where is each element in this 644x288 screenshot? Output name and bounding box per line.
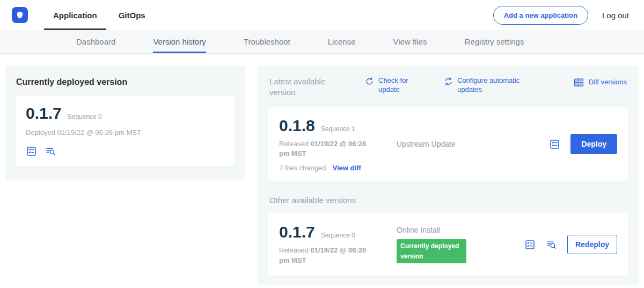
latest-version-row: 0.1.8 Sequence 1 [279, 117, 394, 135]
app-logo [12, 0, 28, 30]
deployed-version-row: 0.1.7 Sequence 0 [26, 104, 225, 123]
currently-deployed-title: Currently deployed version [16, 77, 235, 87]
release-notes-icon[interactable] [26, 146, 37, 157]
refresh-icon [365, 77, 374, 86]
deployed-version-number: 0.1.7 [26, 104, 62, 123]
deploy-button[interactable]: Deploy [570, 134, 617, 154]
subnav-item-registry-settings[interactable]: Registry settings [465, 30, 524, 53]
subnav-dashboard-label: Dashboard [76, 37, 115, 46]
latest-sequence-label: Sequence 1 [321, 125, 355, 133]
released-label: Released [279, 246, 309, 254]
subnav-item-license[interactable]: License [328, 30, 356, 53]
deployed-date-text: Deployed 01/19/22 @ 06:26 pm MST [26, 128, 225, 138]
latest-released-text: Released 01/19/22 @ 06:28 pm MST [279, 139, 377, 160]
subnav-license-label: License [328, 37, 356, 46]
other-release-actions: Redeploy [524, 235, 617, 254]
latest-links-row: 2 files changed View diff [279, 164, 394, 172]
app-subnav: Dashboard Version history Troubleshoot L… [0, 30, 644, 54]
other-release-card: 0.1.7 Sequence 0 Released 01/19/22 @ 06:… [268, 213, 628, 276]
tab-application[interactable]: Application [44, 0, 106, 30]
main-content: Currently deployed version 0.1.7 Sequenc… [0, 54, 644, 288]
topnav-right: Add a new application Log out [493, 0, 629, 30]
view-files-search-icon[interactable] [45, 146, 56, 157]
release-notes-icon[interactable] [549, 139, 560, 150]
subnav-item-version-history[interactable]: Version history [153, 30, 206, 53]
other-released-text: Released 01/19/22 @ 06:20 pm MST [279, 246, 377, 266]
latest-version-number: 0.1.8 [279, 117, 315, 135]
currently-deployed-badge: Currently deployed version [397, 239, 466, 263]
subnav-version-history-label: Version history [153, 37, 206, 46]
other-sequence-label: Sequence 0 [321, 232, 355, 239]
shield-icon [15, 10, 25, 20]
check-for-update-button[interactable]: Check for update [365, 76, 416, 95]
other-version-row: 0.1.7 Sequence 0 [279, 223, 394, 241]
latest-available-title: Latest available version [269, 76, 350, 98]
subnav-troubleshoot-label: Troubleshoot [244, 37, 290, 46]
subnav-item-dashboard[interactable]: Dashboard [76, 30, 115, 53]
subnav-view-files-label: View files [393, 37, 427, 46]
subnav-item-view-files[interactable]: View files [393, 30, 427, 53]
latest-release-card: 0.1.8 Sequence 1 Released 01/19/22 @ 06:… [268, 107, 628, 182]
top-navbar: Application GitOps Add a new application… [0, 0, 644, 30]
tab-gitops[interactable]: GitOps [109, 0, 155, 30]
diff-versions-label: Diff versions [589, 78, 627, 87]
released-label: Released [279, 140, 309, 148]
tab-gitops-label: GitOps [119, 11, 145, 20]
auto-update-sync-icon [444, 77, 453, 86]
top-tabs: Application GitOps [44, 0, 158, 30]
currently-deployed-panel: Currently deployed version 0.1.7 Sequenc… [5, 66, 245, 181]
view-diff-link[interactable]: View diff [332, 164, 361, 172]
configure-automatic-updates-button[interactable]: Configure automatic updates [444, 76, 527, 95]
deployed-sequence-label: Sequence 0 [68, 113, 102, 120]
deployed-card-actions [26, 146, 225, 157]
other-release-source-block: Online Install Currently deployed versio… [394, 226, 524, 263]
available-versions-header: Latest available version Check for updat… [268, 75, 628, 98]
deployed-version-card: 0.1.7 Sequence 0 Deployed 01/19/22 @ 06:… [16, 96, 235, 167]
other-version-number: 0.1.7 [279, 223, 315, 241]
redeploy-button[interactable]: Redeploy [567, 235, 617, 254]
available-versions-panel: Latest available version Check for updat… [258, 66, 639, 285]
subnav-item-troubleshoot[interactable]: Troubleshoot [244, 30, 290, 53]
latest-release-actions: Deploy [549, 134, 617, 154]
app-logo-icon [12, 7, 28, 23]
other-available-versions-title: Other available versions [269, 196, 627, 205]
check-for-update-label: Check for update [378, 76, 416, 95]
subnav-registry-settings-label: Registry settings [465, 37, 524, 46]
diff-table-icon [573, 77, 584, 88]
latest-release-source: Upstream Update [394, 140, 549, 148]
other-release-info: 0.1.7 Sequence 0 Released 01/19/22 @ 06:… [279, 223, 394, 266]
configure-automatic-updates-label: Configure automatic updates [457, 76, 527, 95]
logout-button[interactable]: Log out [602, 11, 629, 20]
other-release-source: Online Install [397, 226, 524, 234]
files-changed-label: 2 files changed [279, 164, 326, 172]
view-files-search-icon[interactable] [546, 239, 557, 250]
diff-versions-button[interactable]: Diff versions [573, 76, 627, 88]
add-application-button[interactable]: Add a new application [493, 6, 588, 25]
release-notes-icon[interactable] [524, 239, 536, 250]
latest-release-info: 0.1.8 Sequence 1 Released 01/19/22 @ 06:… [279, 117, 394, 172]
tab-application-label: Application [53, 11, 97, 20]
